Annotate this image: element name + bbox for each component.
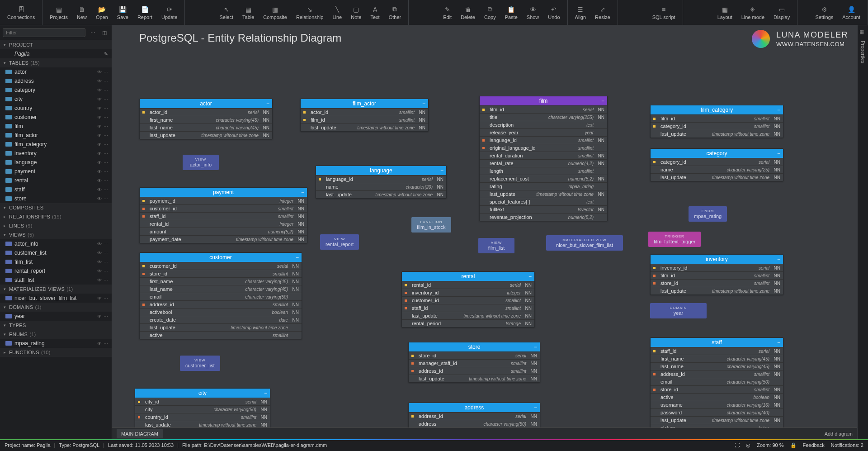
column-row[interactable]: special_features[ ]text [480, 198, 607, 205]
column-row[interactable]: city_idserialNN [135, 398, 270, 405]
display-button[interactable]: ▭Display [769, 0, 794, 25]
report-button[interactable]: 📄Report [133, 0, 157, 25]
eye-icon[interactable]: 👁 [97, 79, 102, 84]
settings-button[interactable]: ⚙Settings [811, 0, 838, 25]
column-row[interactable]: staff_idsmallintNN [140, 212, 307, 220]
more-icon[interactable]: ⋯ [104, 79, 108, 84]
eye-icon[interactable]: 👁 [97, 133, 102, 138]
column-row[interactable]: activebooleanNN [651, 393, 783, 401]
column-row[interactable]: staff_idsmallintNN [402, 304, 534, 312]
connections-button[interactable]: 🗄Connections [3, 0, 39, 25]
column-row[interactable]: ratingmpaa_rating [480, 182, 607, 190]
column-row[interactable]: last_updatetimestamp without time zoneNN [301, 123, 428, 131]
column-row[interactable]: revenue_projectionnumeric(5,2) [480, 213, 607, 221]
more-icon[interactable]: ⋯ [104, 251, 108, 256]
update-button[interactable]: ⟳Update [157, 0, 182, 25]
relationship-button[interactable]: ↘Relationship [292, 0, 328, 25]
composite-button[interactable]: ▥Composite [259, 0, 292, 25]
more-icon[interactable]: ⋯ [104, 314, 108, 319]
column-row[interactable]: emailcharacter varying(50) [651, 378, 783, 385]
tree-item-nicer_but_slower_film_list[interactable]: nicer_but_slower_film_list👁⋯ [0, 294, 112, 303]
entity-film-category[interactable]: film_category−film_idsmallintNNcategory_… [650, 105, 783, 138]
filter-input[interactable] [3, 28, 85, 37]
column-row[interactable]: rental_idintegerNN [140, 220, 307, 228]
tree-item-rental[interactable]: rental👁⋯ [0, 176, 112, 185]
trigger-fulltext[interactable]: TRIGGERfilm_fulltext_trigger [648, 232, 701, 247]
more-icon[interactable]: ⋯ [104, 142, 108, 147]
column-row[interactable]: staff_idserialNN [651, 347, 783, 355]
more-icon[interactable]: ⋯ [104, 151, 108, 156]
tree-item-actor[interactable]: actor👁⋯ [0, 67, 112, 76]
column-row[interactable]: rental_ratenumeric(4,2)NN [480, 159, 607, 167]
tab-main-diagram[interactable]: MAIN DIAGRAM [117, 429, 163, 438]
align-button[interactable]: ☰Align [571, 0, 590, 25]
column-row[interactable]: namecharacter(20)NN [316, 183, 446, 190]
feedback-link[interactable]: Feedback [803, 442, 825, 448]
tree-item-year[interactable]: year👁⋯ [0, 312, 112, 321]
column-row[interactable]: activesmallint [140, 331, 302, 339]
more-icon[interactable]: ⋯ [104, 269, 108, 274]
group-materialized[interactable]: ▾MATERIALIZED VIEWS(1) [0, 285, 112, 294]
column-row[interactable]: activeboolbooleanNN [140, 308, 302, 316]
more-icon[interactable]: ⋯ [104, 97, 108, 102]
undo-button[interactable]: ↶Undo [543, 0, 564, 25]
eye-icon[interactable]: 👁 [97, 160, 102, 165]
eye-icon[interactable]: 👁 [97, 296, 102, 301]
note-button[interactable]: ▢Note [346, 0, 366, 25]
tree-item-category[interactable]: category👁⋯ [0, 85, 112, 95]
select-button[interactable]: ↖Select [215, 0, 238, 25]
eye-icon[interactable]: 👁 [97, 187, 102, 192]
more-icon[interactable]: ⋯ [104, 278, 108, 283]
entity-inventory[interactable]: inventory−inventory_idserialNNfilm_idsma… [650, 254, 783, 295]
more-icon[interactable]: ⋯ [104, 178, 108, 183]
eye-icon[interactable]: 👁 [97, 314, 102, 319]
open-button[interactable]: 📂Open [91, 0, 113, 25]
column-row[interactable]: titlecharacter varying(255)NN [480, 113, 607, 121]
filter-options-button[interactable]: ⋯ [88, 28, 97, 37]
column-row[interactable]: first_namecharacter varying(45)NN [140, 116, 272, 123]
eye-icon[interactable]: 👁 [97, 124, 102, 129]
collapse-icon[interactable]: − [777, 150, 780, 157]
new-button[interactable]: 🗎New [72, 0, 91, 25]
entity-film-actor[interactable]: film_actor−actor_idsmallintNNfilm_idsmal… [300, 99, 429, 132]
entity-header[interactable]: address− [409, 403, 540, 412]
view-customer-list[interactable]: VIEWcustomer_list [180, 356, 220, 371]
column-row[interactable]: category_idsmallintNN [651, 122, 783, 130]
more-icon[interactable]: ⋯ [104, 296, 108, 301]
column-row[interactable]: actor_idserialNN [140, 108, 272, 116]
column-row[interactable]: address_idsmallintNN [140, 300, 302, 308]
more-icon[interactable]: ⋯ [104, 187, 108, 192]
column-row[interactable]: citycharacter varying(50)NN [135, 405, 270, 413]
more-icon[interactable]: ⋯ [104, 133, 108, 138]
other-button[interactable]: ⧉Other [384, 0, 406, 25]
column-row[interactable]: country_idsmallintNN [135, 413, 270, 421]
tree-item-payment[interactable]: payment👁⋯ [0, 167, 112, 176]
collapse-icon[interactable]: − [534, 404, 537, 411]
eye-icon[interactable]: 👁 [97, 251, 102, 256]
entity-header[interactable]: film− [480, 96, 607, 105]
more-icon[interactable]: ⋯ [104, 169, 108, 174]
column-row[interactable]: language_idserialNN [316, 175, 446, 183]
column-row[interactable]: last_updatetimestamp without time zoneNN [651, 130, 783, 138]
tree-item-inventory[interactable]: inventory👁⋯ [0, 149, 112, 158]
tree-item-staff[interactable]: staff👁⋯ [0, 185, 112, 194]
group-tables[interactable]: ▾TABLES(15) [0, 58, 112, 67]
entity-customer[interactable]: customer−customer_idserialNNstore_idsmal… [139, 252, 302, 339]
view-film-list[interactable]: VIEWfilm_list [478, 238, 514, 253]
more-icon[interactable]: ⋯ [104, 106, 108, 111]
column-row[interactable]: last_updatetimestamp without time zoneNN [316, 190, 446, 198]
more-icon[interactable]: ⋯ [104, 70, 108, 75]
view-rental-report[interactable]: VIEWrental_report [320, 234, 359, 250]
column-row[interactable]: original_language_idsmallint [480, 144, 607, 152]
eye-icon[interactable]: 👁 [97, 70, 102, 75]
eye-icon[interactable]: 👁 [97, 142, 102, 147]
column-row[interactable]: rental_durationsmallintNN [480, 152, 607, 159]
column-row[interactable]: replacement_costnumeric(5,2)NN [480, 175, 607, 182]
entity-header[interactable]: payment− [140, 188, 307, 197]
column-row[interactable]: last_updatetimestamp without time zoneNN [402, 312, 534, 319]
notifications-link[interactable]: Notifications: 2 [831, 442, 863, 448]
entity-payment[interactable]: payment−payment_idintegerNNcustomer_idsm… [139, 187, 307, 243]
eye-icon[interactable]: 👁 [97, 97, 102, 102]
eye-icon[interactable]: 👁 [97, 278, 102, 283]
entity-actor[interactable]: actor−actor_idserialNNfirst_namecharacte… [139, 99, 273, 139]
